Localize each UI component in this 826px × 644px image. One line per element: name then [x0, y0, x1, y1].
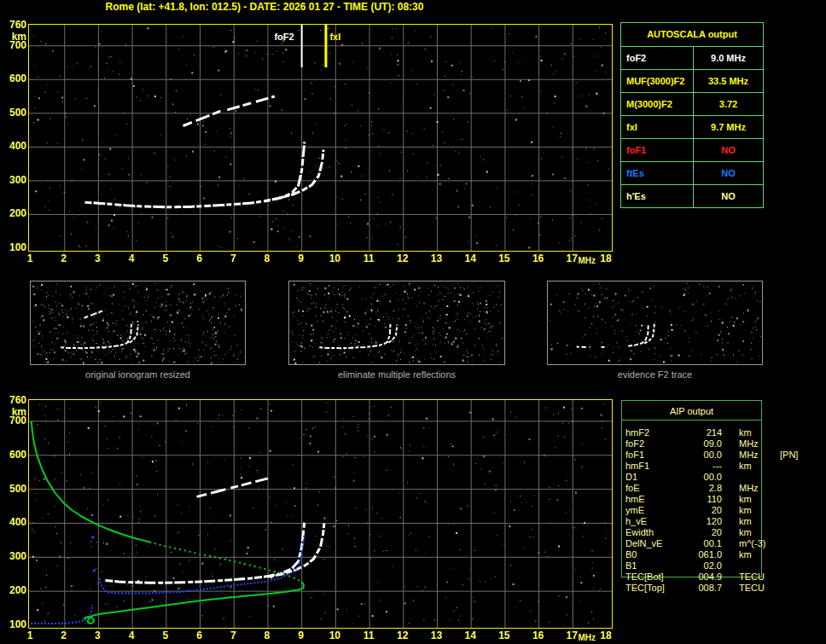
y-axis-tick-label: 500 — [2, 483, 26, 495]
x-axis-tick-label: 16 — [532, 629, 544, 641]
parameter-name: h_vE — [621, 516, 689, 527]
x-axis-tick-label: 3 — [95, 252, 101, 264]
parameter-name: MUF(3000)F2 — [621, 70, 694, 92]
thumb-original-canvas — [31, 281, 245, 364]
x-axis-tick-label: 11 — [364, 252, 375, 264]
autoscala-row-m3000f2: M(3000)F23.72 — [621, 92, 763, 115]
x-axis-tick-label: 4 — [129, 629, 135, 641]
y-axis-tick-label: 300 — [2, 174, 26, 186]
parameter-value: 9.0 MHz — [694, 47, 763, 69]
x-axis-tick-label: 14 — [464, 629, 475, 641]
thumbnail-original-ionogram — [30, 281, 246, 365]
autoscala-row-fof1: foF1NO — [621, 138, 763, 161]
parameter-value: 9.7 MHz — [694, 116, 763, 138]
autoscala-row-ftes: ftEsNO — [621, 161, 763, 184]
y-axis-tick-label: 100 — [2, 241, 26, 253]
x-axis-tick-label: 15 — [498, 252, 509, 264]
x-axis-tick-label: 12 — [397, 252, 408, 264]
x-axis-tick-label: 8 — [265, 629, 270, 641]
parameter-unit: TECU — [739, 583, 778, 594]
x-axis-tick-label: 2 — [61, 252, 67, 264]
parameter-unit: km — [739, 494, 778, 505]
autoscala-row-hes: h'EsNO — [621, 184, 763, 207]
parameter-unit — [739, 472, 778, 483]
parameter-value: NO — [694, 139, 763, 161]
autoscala-report-screen: Rome (lat: +41.8, lon: 012.5) - DATE: 20… — [0, 0, 826, 644]
x-axis-tick-label: 13 — [431, 252, 442, 264]
x-axis-tick-label: 6 — [196, 629, 202, 641]
aip-row-fof2: foF209.0MHz — [621, 438, 817, 450]
parameter-name: Ewidth — [621, 527, 689, 538]
parameter-unit: MHz — [739, 438, 778, 450]
y-axis-tick-label: 500 — [2, 107, 26, 119]
parameter-name: foF1 — [621, 139, 694, 161]
x-axis-tick-label: 9 — [298, 252, 304, 264]
y-axis-tick-label: 400 — [2, 140, 26, 152]
parameter-value: 09.0 — [689, 438, 722, 450]
top-ionogram-canvas — [28, 24, 613, 252]
y-axis-unit-label: km — [2, 31, 26, 43]
thumb-f2-canvas — [548, 281, 762, 364]
aip-row-tecbot: TEC[Bot]004.9TECU — [621, 571, 817, 583]
aip-row-delnve: DelN_vE00.1m^(-3) — [621, 538, 817, 549]
parameter-name: TEC[Top] — [621, 583, 689, 594]
fxi-marker-label: fxI — [329, 32, 340, 42]
parameter-value: 00.0 — [689, 472, 722, 483]
x-axis-tick-label: 1 — [27, 629, 33, 641]
parameter-name: D1 — [621, 472, 689, 483]
y-axis-unit-label: km — [2, 406, 26, 418]
thumbnail-caption-evidence: evidence F2 trace — [547, 369, 763, 380]
parameter-name: ftEs — [621, 162, 694, 184]
x-axis-tick-label: 12 — [397, 629, 408, 641]
x-axis-tick-label: 17 — [567, 629, 578, 641]
parameter-unit: m^(-3) — [739, 538, 778, 549]
autoscala-row-fxi: fxI9.7 MHz — [621, 115, 763, 138]
x-axis-tick-label: 18 — [600, 629, 611, 641]
x-axis-tick-label: 5 — [162, 252, 168, 264]
y-axis-tick-label: 200 — [2, 207, 26, 219]
aip-row-b0: B0061.0km — [621, 549, 817, 560]
aip-table-title: AIP output — [621, 400, 762, 421]
x-axis-tick-label: 16 — [532, 252, 544, 264]
parameter-name: foF1 — [621, 450, 689, 461]
x-axis-tick-label: 14 — [464, 252, 475, 264]
aip-row-foe: foE2.8MHz — [621, 483, 817, 494]
bottom-profile-canvas — [28, 399, 613, 629]
parameter-name: hmE — [621, 494, 689, 505]
parameter-value: 120 — [689, 516, 722, 527]
parameter-value: 20 — [689, 527, 722, 538]
parameter-unit: MHz — [739, 483, 778, 494]
parameter-value: 3.72 — [694, 93, 763, 115]
parameter-unit: km — [739, 505, 778, 516]
parameter-value: 004.9 — [689, 571, 722, 583]
thumbnail-eliminate-reflections — [288, 281, 505, 365]
aip-row-hve: h_vE120km — [621, 516, 817, 527]
parameter-value: 33.5 MHz — [694, 70, 763, 92]
aip-row-yme: ymE20km — [621, 505, 817, 516]
parameter-value: NO — [694, 162, 763, 184]
parameter-unit — [739, 560, 778, 571]
autoscala-table-rows: foF29.0 MHzMUF(3000)F233.5 MHzM(3000)F23… — [621, 46, 763, 207]
parameter-unit: km — [739, 427, 778, 438]
parameter-unit: km — [739, 527, 778, 538]
parameter-value: --- — [689, 461, 722, 472]
x-axis-tick-label: 8 — [265, 252, 270, 264]
parameter-flag: [PN] — [780, 450, 798, 461]
autoscala-row-fof2: foF29.0 MHz — [621, 46, 763, 69]
x-axis-tick-label: 11 — [364, 629, 375, 641]
parameter-value: 00.1 — [689, 538, 722, 549]
parameter-name: TEC[Bot] — [621, 571, 689, 583]
parameter-value: 061.0 — [689, 549, 722, 560]
parameter-unit: MHz — [739, 450, 778, 461]
parameter-name: foE — [621, 483, 689, 494]
page-title: Rome (lat: +41.8, lon: 012.5) - DATE: 20… — [51, 1, 478, 13]
y-axis-tick-label: 760 — [2, 394, 26, 406]
thumbnail-caption-original: original ionogram resized — [30, 369, 246, 380]
parameter-name: hmF1 — [621, 461, 689, 472]
x-axis-tick-label: 1 — [27, 252, 33, 264]
autoscala-output-table: AUTOSCALA output foF29.0 MHzMUF(3000)F23… — [620, 22, 764, 208]
parameter-name: hmF2 — [621, 427, 689, 438]
parameter-name: ymE — [621, 505, 689, 516]
y-axis-tick-label: 760 — [2, 19, 26, 31]
x-axis-tick-label: 2 — [61, 629, 67, 641]
